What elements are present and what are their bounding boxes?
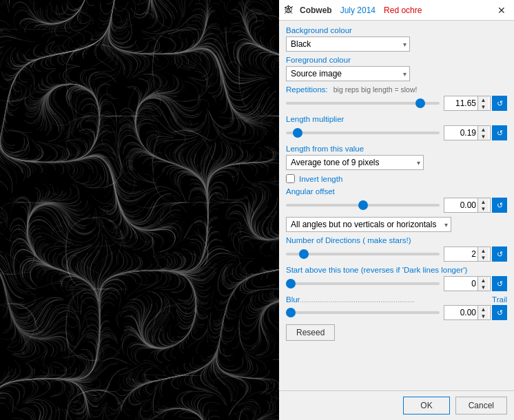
start-above-tone-up-arrow[interactable]: ▲	[477, 277, 489, 284]
blur-slider[interactable]	[286, 311, 440, 314]
num-directions-down-arrow[interactable]: ▼	[477, 254, 489, 261]
blur-arrows: ▲ ▼	[477, 306, 489, 319]
length-multiplier-slider-container	[286, 132, 440, 134]
length-multiplier-down-arrow[interactable]: ▼	[477, 133, 489, 140]
start-above-tone-reset-button[interactable]: ↺	[492, 276, 507, 291]
repetitions-up-arrow[interactable]: ▲	[477, 96, 489, 103]
trail-label: Trail	[492, 295, 507, 304]
start-above-tone-slider-row: ▲ ▼ ↺	[286, 276, 507, 291]
angular-offset-slider[interactable]	[286, 204, 440, 207]
length-from-value-group: Length from this value Average tone of 9…	[286, 145, 507, 170]
num-directions-slider[interactable]	[286, 253, 440, 255]
length-multiplier-slider-row: ▲ ▼ ↺	[286, 125, 507, 140]
repetitions-label: Repetitions:	[286, 85, 328, 94]
plugin-name: Red ochre	[384, 6, 495, 15]
length-multiplier-input[interactable]	[444, 127, 477, 139]
angular-offset-input[interactable]	[444, 199, 477, 211]
length-from-value-label: Length from this value	[286, 145, 507, 153]
background-colour-wrapper: Black White Transparent	[286, 36, 410, 52]
blur-up-arrow[interactable]: ▲	[477, 306, 489, 313]
angular-offset-group: Angular offset ▲ ▼ ↺	[286, 187, 507, 213]
repetitions-slider-container	[286, 102, 440, 105]
start-above-tone-spinbox: ▲ ▼	[444, 276, 491, 291]
repetitions-slider[interactable]	[286, 102, 440, 105]
start-above-tone-down-arrow[interactable]: ▼	[477, 284, 489, 291]
reseed-row: Reseed	[286, 324, 507, 341]
repetitions-input[interactable]	[444, 97, 477, 109]
angular-offset-label: Angular offset	[286, 187, 507, 196]
repetitions-label-row: Repetitions: big reps big length = slow!	[286, 85, 507, 94]
blur-spinbox: ▲ ▼	[444, 305, 491, 320]
cobweb-icon: 🕸	[285, 5, 296, 16]
invert-length-row: Invert length	[286, 174, 507, 183]
background-colour-group: Background colour Black White Transparen…	[286, 26, 507, 52]
foreground-colour-select[interactable]: Source image Foreground colour Custom co…	[286, 66, 410, 81]
angles-dropdown-group: All angles but no verticals or horizonta…	[286, 217, 507, 232]
angular-offset-slider-container	[286, 204, 440, 207]
num-directions-reset-button[interactable]: ↺	[492, 246, 507, 262]
blur-slider-container	[286, 311, 440, 314]
cancel-button[interactable]: Cancel	[455, 397, 507, 414]
blur-reset-button[interactable]: ↺	[492, 305, 507, 320]
num-directions-label: Number of Directions ( make stars!)	[286, 236, 507, 244]
start-above-tone-slider[interactable]	[286, 282, 440, 285]
num-directions-slider-row: ▲ ▼ ↺	[286, 246, 507, 262]
angular-offset-arrows: ▲ ▼	[477, 198, 489, 212]
angular-offset-slider-row: ▲ ▼ ↺	[286, 198, 507, 213]
background-colour-label: Background colour	[286, 26, 507, 34]
repetitions-reset-button[interactable]: ↺	[492, 96, 507, 111]
length-multiplier-spinbox: ▲ ▼	[444, 125, 491, 140]
angular-offset-down-arrow[interactable]: ▼	[477, 205, 489, 212]
foreground-colour-group: Foreground colour Source image Foregroun…	[286, 56, 507, 81]
num-directions-input[interactable]	[444, 248, 477, 260]
blur-down-arrow[interactable]: ▼	[477, 313, 489, 319]
start-above-tone-input[interactable]	[444, 277, 477, 290]
blur-label-row: Blur....................................…	[286, 295, 507, 304]
blur-label: Blur....................................…	[286, 295, 415, 304]
angular-offset-up-arrow[interactable]: ▲	[477, 198, 489, 205]
close-button[interactable]: ✕	[495, 3, 508, 17]
start-above-tone-slider-container	[286, 282, 440, 285]
length-multiplier-arrows: ▲ ▼	[477, 126, 489, 140]
plugin-title: Cobweb	[300, 6, 332, 15]
length-multiplier-slider[interactable]	[286, 132, 440, 134]
repetitions-down-arrow[interactable]: ▼	[477, 103, 489, 110]
num-directions-slider-container	[286, 253, 440, 255]
angles-wrapper: All angles but no verticals or horizonta…	[286, 217, 451, 232]
angular-offset-spinbox: ▲ ▼	[444, 198, 491, 213]
length-from-value-wrapper: Average tone of 9 pixels Single pixel to…	[286, 155, 424, 170]
cobweb-canvas	[0, 0, 279, 420]
length-multiplier-group: Length multiplier ▲ ▼ ↺	[286, 115, 507, 140]
reseed-button[interactable]: Reseed	[286, 324, 335, 341]
blur-input[interactable]	[444, 306, 477, 319]
num-directions-spinbox: ▲ ▼	[444, 246, 491, 262]
controls-content: Background colour Black White Transparen…	[279, 21, 514, 390]
blur-group: Blur....................................…	[286, 295, 507, 320]
plugin-date: July 2014	[340, 6, 376, 15]
image-panel	[0, 0, 279, 420]
controls-panel: 🕸 Cobweb July 2014 Red ochre ✕ Backgroun…	[279, 0, 514, 420]
length-from-value-select[interactable]: Average tone of 9 pixels Single pixel to…	[286, 155, 424, 170]
title-bar: 🕸 Cobweb July 2014 Red ochre ✕	[279, 0, 514, 21]
length-multiplier-up-arrow[interactable]: ▲	[477, 126, 489, 133]
angles-select[interactable]: All angles but no verticals or horizonta…	[286, 217, 451, 232]
foreground-colour-label: Foreground colour	[286, 56, 507, 64]
invert-length-label[interactable]: Invert length	[299, 175, 342, 183]
start-above-tone-arrows: ▲ ▼	[477, 277, 489, 291]
length-multiplier-reset-button[interactable]: ↺	[492, 125, 507, 140]
ok-button[interactable]: OK	[403, 397, 449, 414]
num-directions-up-arrow[interactable]: ▲	[477, 247, 489, 254]
start-above-tone-label: Start above this tone (reverses if 'Dark…	[286, 266, 507, 274]
repetitions-spinbox: ▲ ▼	[444, 96, 491, 111]
invert-length-checkbox[interactable]	[286, 174, 295, 183]
repetitions-group: Repetitions: big reps big length = slow!…	[286, 85, 507, 111]
blur-slider-row: ▲ ▼ ↺	[286, 305, 507, 320]
angular-offset-reset-button[interactable]: ↺	[492, 198, 507, 213]
length-multiplier-label: Length multiplier	[286, 115, 507, 123]
repetitions-slider-row: ▲ ▼ ↺	[286, 96, 507, 111]
background-colour-select[interactable]: Black White Transparent	[286, 36, 410, 52]
num-directions-group: Number of Directions ( make stars!) ▲ ▼ …	[286, 236, 507, 262]
start-above-tone-group: Start above this tone (reverses if 'Dark…	[286, 266, 507, 291]
bottom-buttons: OK Cancel	[279, 390, 514, 420]
repetitions-arrows: ▲ ▼	[477, 96, 489, 110]
